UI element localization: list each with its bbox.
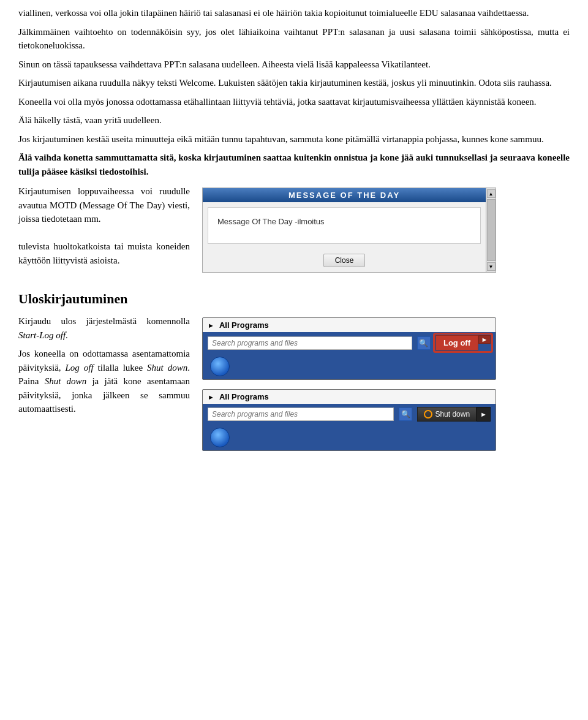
intro-para2: Jälkimmäinen vaihtoehto on todennäköisin… — [18, 25, 570, 53]
start-menu-logoff: ► All Programs 🔍 Log off ► — [202, 317, 496, 380]
intro-para4: Kirjautumisen aikana ruudulla näkyy teks… — [18, 76, 570, 90]
motd-body: Message Of The Day -ilmoitus — [208, 207, 481, 244]
logout-section: Uloskirjautuminen Kirjaudu ulos järjeste… — [18, 291, 570, 451]
windows-orb-1[interactable] — [210, 357, 230, 376]
motd-content: MESSAGE OF THE DAY Message Of The Day -i… — [203, 188, 486, 272]
scroll-up-arrow[interactable]: ▲ — [487, 189, 496, 198]
shutdown-italic2: Shut down — [45, 376, 87, 386]
search-row-1: 🔍 Log off ► — [203, 332, 496, 354]
bottom-row-1 — [203, 354, 496, 379]
intro-para5: Koneella voi olla myös jonossa odottamas… — [18, 95, 570, 109]
motd-left-text: Kirjautumisen loppuvaiheessa voi ruudull… — [18, 184, 190, 273]
motd-dialog-area: MESSAGE OF THE DAY Message Of The Day -i… — [202, 184, 570, 273]
logout-para1: Kirjaudu ulos järjestelmästä komennolla … — [18, 314, 190, 342]
logoff-arrow-button[interactable]: ► — [478, 335, 491, 344]
search-input-2[interactable] — [208, 407, 394, 421]
arrow-icon-1: ► — [208, 322, 214, 329]
motd-footer[interactable]: Close — [203, 249, 486, 272]
search-icon-2[interactable]: 🔍 — [399, 407, 412, 421]
logoff-button[interactable]: Log off — [435, 335, 478, 351]
search-row-2: 🔍 Shut down ► — [203, 404, 496, 425]
logout-content: Kirjaudu ulos järjestelmästä komennolla … — [18, 314, 570, 451]
all-programs-row-2[interactable]: ► All Programs — [203, 390, 496, 404]
scroll-down-arrow[interactable]: ▼ — [487, 262, 496, 271]
shutdown-italic: Shut down — [147, 363, 187, 373]
intro-para1: viallinen, verkossa voi olla jokin tilap… — [18, 6, 570, 20]
all-programs-label-2: All Programs — [219, 392, 269, 401]
arrow-icon-2: ► — [208, 393, 214, 401]
motd-para2: tulevista huoltokatkoista tai muista kon… — [18, 241, 190, 265]
logout-para2: Jos koneella on odottamassa asentamattom… — [18, 347, 190, 416]
intro-para6: Älä häkelly tästä, vaan yritä uudelleen. — [18, 113, 570, 127]
search-icon-1[interactable]: 🔍 — [417, 336, 431, 350]
motd-dialog: MESSAGE OF THE DAY Message Of The Day -i… — [202, 188, 496, 273]
logout-menus: ► All Programs 🔍 Log off ► — [202, 314, 570, 451]
logout-command-italic: Start-Log off — [18, 330, 66, 340]
intro-text: viallinen, verkossa voi olla jokin tilap… — [18, 6, 570, 178]
shutdown-arrow-button[interactable]: ► — [477, 407, 491, 422]
bottom-row-2 — [203, 425, 496, 450]
intro-para8: Älä vaihda konetta sammuttamatta sitä, k… — [18, 151, 570, 178]
motd-close-button[interactable]: Close — [323, 254, 366, 267]
shutdown-button[interactable]: Shut down — [417, 407, 477, 422]
logout-left-text: Kirjaudu ulos järjestelmästä komennolla … — [18, 314, 190, 451]
motd-section: Kirjautumisen loppuvaiheessa voi ruudull… — [18, 184, 570, 273]
start-menu-shutdown: ► All Programs 🔍 Shut down ► — [202, 389, 496, 451]
logoff-italic: Log off — [66, 363, 94, 373]
intro-para7: Jos kirjautuminen kestää useita minuutte… — [18, 132, 570, 146]
motd-titlebar: MESSAGE OF THE DAY — [203, 188, 486, 202]
logout-heading: Uloskirjautuminen — [18, 291, 570, 307]
intro-para3: Sinun on tässä tapauksessa vaihdettava P… — [18, 58, 570, 72]
windows-orb-2[interactable] — [210, 428, 230, 447]
motd-para1: Kirjautumisen loppuvaiheessa voi ruudull… — [18, 186, 190, 224]
all-programs-row-1[interactable]: ► All Programs — [203, 318, 496, 332]
motd-scrollbar[interactable]: ▲ ▼ — [486, 188, 496, 272]
all-programs-label-1: All Programs — [219, 320, 269, 330]
shutdown-power-icon — [424, 410, 432, 419]
shutdown-btn-group: Shut down ► — [417, 407, 491, 422]
scroll-thumb[interactable] — [487, 199, 496, 261]
logoff-btn-group: Log off ► — [435, 335, 491, 351]
search-input-1[interactable] — [208, 336, 412, 350]
